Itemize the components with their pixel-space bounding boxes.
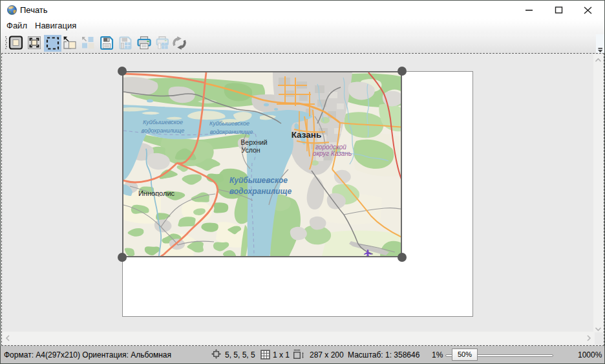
svg-text:Услон: Услон bbox=[241, 146, 260, 154]
svg-text:водохранилище: водохранилище bbox=[210, 129, 253, 135]
svg-text:Иннополис: Иннополис bbox=[138, 189, 175, 197]
svg-text:Казань: Казань bbox=[292, 130, 322, 140]
svg-text:водохранилище: водохранилище bbox=[229, 187, 292, 196]
svg-text:округ Казань: округ Казань bbox=[313, 150, 352, 157]
svg-text:Куйбышевское: Куйбышевское bbox=[209, 120, 249, 127]
svg-text:Верхний: Верхний bbox=[240, 138, 267, 146]
svg-text:водохранилище: водохранилище bbox=[142, 127, 185, 134]
svg-text:Куйбышевское: Куйбышевское bbox=[229, 176, 288, 185]
svg-text:Куйбышевское: Куйбышевское bbox=[143, 119, 183, 125]
